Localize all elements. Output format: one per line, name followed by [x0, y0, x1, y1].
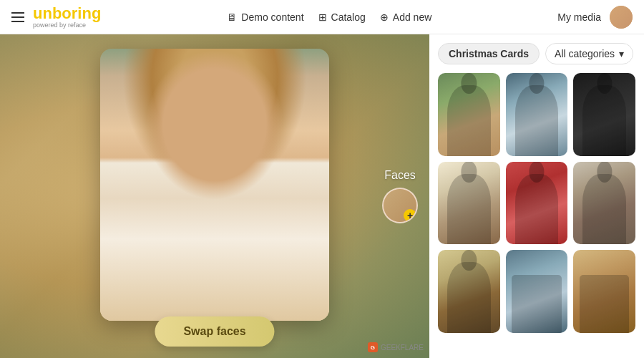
add-face-button[interactable]: + — [382, 188, 418, 223]
nav-catalog-label: Catalog — [331, 11, 366, 23]
person-figure-7 — [438, 250, 500, 333]
grid-item-9[interactable] — [573, 250, 635, 333]
header-left: unboring powered by reface — [11, 6, 101, 29]
grid-item-7[interactable] — [438, 250, 500, 333]
building-figure-9 — [573, 250, 635, 333]
head-shape-3 — [597, 73, 612, 94]
faces-label: Faces — [384, 169, 416, 182]
left-panel: Faces + Swap faces G GEEKFLARE — [0, 34, 429, 358]
logo-subtitle: powered by reface — [33, 21, 101, 29]
body-shape-1 — [447, 85, 491, 155]
main-content: Faces + Swap faces G GEEKFLARE Christmas… — [0, 34, 644, 358]
grid-item-6[interactable] — [573, 162, 635, 245]
logo-area: unboring powered by reface — [33, 6, 101, 29]
person-figure-6 — [573, 162, 635, 245]
header: unboring powered by reface 🖥 Demo conten… — [0, 0, 644, 34]
grid-item-3[interactable] — [573, 73, 635, 156]
plus-icon: + — [404, 209, 416, 222]
grid-item-1[interactable] — [438, 73, 500, 156]
category-label: All categories — [555, 48, 615, 59]
nav-add-new[interactable]: ⊕ Add new — [380, 11, 431, 23]
avatar[interactable] — [610, 6, 633, 29]
body-shape-7 — [447, 262, 491, 332]
head-shape-6 — [597, 162, 612, 183]
right-panel: Christmas Cards All categories ▾ — [429, 34, 644, 358]
monitor-icon: 🖥 — [227, 11, 237, 23]
person-figure-3 — [573, 73, 635, 156]
person-figure-5 — [506, 162, 568, 245]
grid-item-8[interactable] — [506, 250, 568, 333]
christmas-cards-tab[interactable]: Christmas Cards — [438, 43, 540, 64]
nav-catalog[interactable]: ⊞ Catalog — [318, 11, 366, 23]
nav-demo[interactable]: 🖥 Demo content — [227, 11, 303, 23]
head-shape-1 — [462, 73, 477, 94]
hamburger-menu[interactable] — [11, 12, 24, 22]
nav-add-label: Add new — [393, 11, 431, 23]
nav-demo-label: Demo content — [241, 11, 303, 23]
logo-highlight: un — [33, 4, 52, 22]
logo-rest: boring — [52, 4, 101, 22]
body-shape-2 — [515, 85, 559, 155]
head-shape-4 — [462, 162, 477, 183]
face-preview-container — [100, 49, 329, 321]
chevron-down-icon: ▾ — [619, 48, 624, 59]
person-figure-4 — [438, 162, 500, 245]
building-shape-9 — [580, 275, 629, 333]
avatar-image — [610, 6, 633, 29]
person-figure-1 — [438, 73, 500, 156]
person-overlay — [100, 49, 329, 321]
grid-item-4[interactable] — [438, 162, 500, 245]
building-figure-8 — [506, 250, 568, 333]
geekflare-badge: G GEEKFLARE — [368, 342, 424, 352]
geekflare-icon: G — [368, 342, 378, 352]
building-shape-8 — [512, 275, 561, 333]
grid-icon: ⊞ — [318, 11, 327, 23]
body-shape-5 — [515, 174, 559, 244]
my-media-button[interactable]: My media — [557, 11, 601, 23]
head-shape-2 — [529, 73, 544, 94]
body-shape-4 — [447, 174, 491, 244]
head-shape-7 — [462, 250, 477, 271]
swap-button-container: Swap faces — [155, 316, 274, 347]
body-shape-3 — [582, 85, 626, 155]
geekflare-label: GEEKFLARE — [381, 344, 424, 352]
grid-item-2[interactable] — [506, 73, 568, 156]
right-panel-header: Christmas Cards All categories ▾ — [438, 43, 635, 64]
header-nav: 🖥 Demo content ⊞ Catalog ⊕ Add new — [227, 11, 431, 23]
faces-panel: Faces + — [382, 169, 418, 223]
body-shape-6 — [582, 174, 626, 244]
image-grid — [438, 73, 635, 333]
grid-item-5[interactable] — [506, 162, 568, 245]
person-figure-2 — [506, 73, 568, 156]
plus-circle-icon: ⊕ — [380, 11, 389, 23]
swap-faces-button[interactable]: Swap faces — [155, 316, 274, 347]
logo: unboring — [33, 6, 101, 21]
header-right: My media — [557, 6, 633, 29]
category-dropdown[interactable]: All categories ▾ — [545, 43, 633, 64]
head-shape-5 — [529, 162, 544, 183]
face-image — [100, 49, 329, 321]
